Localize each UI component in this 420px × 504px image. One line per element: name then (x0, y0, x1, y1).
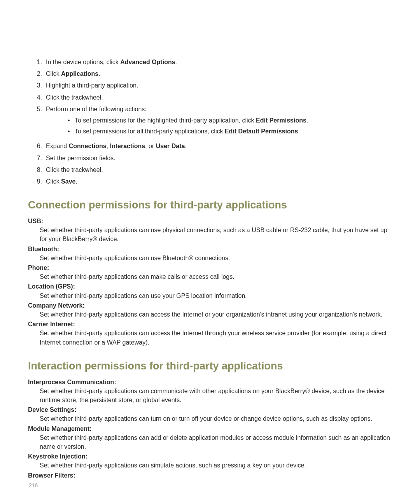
definition-desc: Set whether third-party applications can… (40, 329, 392, 346)
connection-definition-list: USB: Set whether third-party application… (28, 217, 392, 347)
step-content: Set the permission fields. (46, 154, 392, 163)
step-content: Click Applications. (46, 69, 392, 78)
step-number: 7. (34, 154, 46, 163)
definition-term: Browser Filters: (28, 471, 392, 480)
numbered-steps-list: 1. In the device options, click Advanced… (34, 58, 392, 186)
definition-desc: Set whether third-party applications can… (40, 461, 392, 470)
definition-term: Company Network: (28, 301, 392, 310)
interaction-definition-list: Interprocess Communication: Set whether … (28, 378, 392, 480)
step-item: 7. Set the permission fields. (34, 154, 392, 163)
step-number: 9. (34, 177, 46, 186)
step-content: In the device options, click Advanced Op… (46, 58, 392, 66)
definition-desc: Set whether third-party applications can… (40, 310, 392, 319)
definition-desc: Set whether third-party applications can… (40, 272, 392, 281)
definition-desc: Set whether third-party applications can… (40, 226, 392, 243)
definition-term: Carrier Internet: (28, 320, 392, 329)
step-number: 8. (34, 165, 46, 174)
definition-term: Location (GPS): (28, 282, 392, 291)
definition-term: Phone: (28, 263, 392, 272)
step-content: Expand Connections, Interactions, or Use… (46, 142, 392, 150)
step-item: 6. Expand Connections, Interactions, or … (34, 142, 392, 150)
section-heading-connection: Connection permissions for third-party a… (28, 199, 392, 211)
bullet-item: To set permissions for all third-party a… (68, 127, 392, 136)
step-item: 3. Highlight a third-party application. (34, 81, 392, 90)
definition-term: Keystroke Injection: (28, 452, 392, 461)
definition-desc: Set whether third-party applications can… (40, 414, 392, 423)
step-number: 2. (34, 69, 46, 78)
step-content: Click Save. (46, 177, 392, 186)
step-item: 9. Click Save. (34, 177, 392, 186)
step-item: 5. Perform one of the following actions:… (34, 105, 392, 138)
page-number: 216 (29, 482, 38, 488)
definition-term: Interprocess Communication: (28, 378, 392, 387)
sub-bullet-list: To set permissions for the highlighted t… (68, 116, 392, 136)
definition-desc: Set whether third-party applications can… (40, 291, 392, 300)
step-number: 1. (34, 58, 46, 66)
step-item: 4. Click the trackwheel. (34, 93, 392, 102)
step-content: Highlight a third-party application. (46, 81, 392, 90)
step-number: 4. (34, 93, 46, 102)
definition-desc: Set whether third-party applications can… (40, 254, 392, 262)
step-item: 2. Click Applications. (34, 69, 392, 78)
step-number: 3. (34, 81, 46, 90)
definition-term: USB: (28, 217, 392, 226)
step-number: 5. (34, 105, 46, 138)
definition-term: Bluetooth: (28, 245, 392, 254)
step-item: 1. In the device options, click Advanced… (34, 58, 392, 66)
step-number: 6. (34, 142, 46, 150)
step-content: Perform one of the following actions: To… (46, 105, 392, 138)
definition-term: Module Management: (28, 424, 392, 433)
section-heading-interaction: Interaction permissions for third-party … (28, 360, 392, 372)
step-item: 8. Click the trackwheel. (34, 165, 392, 174)
step-content: Click the trackwheel. (46, 165, 392, 174)
definition-term: Device Settings: (28, 405, 392, 414)
definition-desc: Set whether third-party applications can… (40, 387, 392, 404)
bullet-item: To set permissions for the highlighted t… (68, 116, 392, 125)
definition-desc: Set whether third-party applications can… (40, 433, 392, 451)
step-content: Click the trackwheel. (46, 93, 392, 102)
